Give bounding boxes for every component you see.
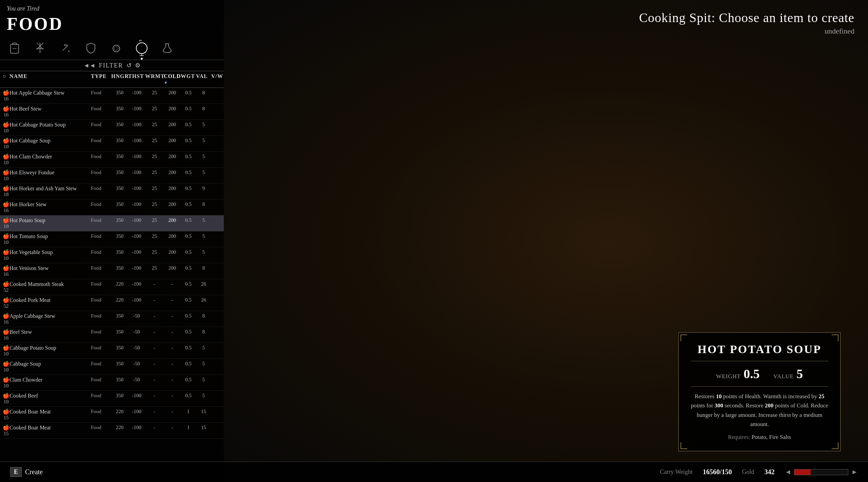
item-food-icon: 🍎 [3, 105, 9, 112]
col-cold[interactable]: COLD ▼ [164, 73, 181, 85]
item-thst: -100 [128, 217, 145, 223]
item-hngr: 350 [111, 265, 128, 271]
item-cold: - [164, 409, 181, 414]
item-cold: 200 [164, 170, 181, 175]
desc-health: 10 [716, 393, 722, 400]
item-type: Food [91, 186, 111, 191]
item-thst: -100 [128, 409, 145, 414]
item-name: Beef Stew [9, 329, 91, 335]
col-thst[interactable]: THST [128, 73, 145, 85]
item-list[interactable]: 🍎 Hot Apple Cabbage Stew Food 350 -100 2… [0, 88, 224, 482]
list-item[interactable]: 🍎 Hot Cabbage Potato Soup Food 350 -100 … [0, 120, 224, 136]
item-cold: - [164, 329, 181, 335]
item-thst: -100 [128, 186, 145, 191]
item-type: Food [91, 377, 111, 383]
item-cold: 200 [164, 217, 181, 223]
item-food-icon: 🍎 [3, 281, 9, 287]
item-hngr: 350 [111, 201, 128, 207]
cat-icon-backpack[interactable] [5, 38, 24, 57]
health-bar-arrow-right[interactable]: ► [851, 468, 858, 476]
col-hngr[interactable]: HNGR [111, 73, 128, 85]
item-wgt: 0.5 [181, 329, 196, 335]
item-vw: 10 [3, 239, 9, 245]
list-item[interactable]: 🍎 Cooked Mammoth Steak Food 220 -100 - -… [0, 279, 224, 295]
action-label: Create [25, 468, 43, 476]
list-item[interactable]: 🍎 Hot Clam Chowder Food 350 -100 25 200 … [0, 152, 224, 168]
list-item[interactable]: 🍎 Cabbage Potato Soup Food 350 -50 - - 0… [0, 343, 224, 359]
list-item[interactable]: 🍎 Clam Chowder Food 350 -50 - - 0.5 5 10 [0, 375, 224, 391]
status-text: You are Tired [7, 5, 217, 12]
item-food-icon: 🍎 [3, 185, 9, 192]
list-item[interactable]: 🍎 Hot Elsweyr Fondue Food 350 -100 25 20… [0, 168, 224, 184]
list-item[interactable]: 🍎 Hot Horker Stew Food 350 -100 25 200 0… [0, 199, 224, 215]
list-item[interactable]: 🍎 Hot Vegetable Soup Food 350 -100 25 20… [0, 247, 224, 263]
cat-icon-axe[interactable] [56, 38, 75, 57]
cat-icon-shield[interactable] [81, 38, 100, 57]
cooking-title: Cooking Spit: Choose an item to create [237, 10, 854, 25]
list-item[interactable]: 🍎 Hot Horker and Ash Yam Stew Food 350 -… [0, 184, 224, 199]
item-thst: -100 [128, 154, 145, 159]
item-wrmt: - [145, 377, 164, 383]
item-val: 5 [196, 345, 211, 351]
item-type: Food [91, 170, 111, 175]
detail-item-name: HOT POTATO SOUP [691, 343, 828, 356]
item-vw: 10 [3, 351, 9, 357]
item-food-icon: 🍎 [3, 329, 9, 335]
item-food-icon: 🍎 [3, 217, 9, 224]
item-thst: -100 [128, 265, 145, 271]
list-item[interactable]: 🍎 Hot Venison Stew Food 350 -100 25 200 … [0, 263, 224, 279]
health-bar-arrow-left[interactable]: ◄ [785, 468, 791, 476]
col-val[interactable]: VAL [196, 73, 211, 85]
item-vw: 10 [3, 399, 9, 405]
item-name: Hot Elsweyr Fondue [9, 170, 91, 176]
cat-icon-potion[interactable] [158, 38, 176, 57]
bottom-bar: E Create Carry Weight 16560/150 Gold 342… [0, 462, 868, 482]
item-hngr: 350 [111, 106, 128, 112]
cat-icon-sword[interactable] [31, 38, 49, 57]
list-item[interactable]: 🍎 Hot Tomato Soup Food 350 -100 25 200 0… [0, 231, 224, 247]
list-item[interactable]: 🍎 Cooked Beef Food 350 -100 - - 0.5 5 10 [0, 391, 224, 407]
list-item[interactable]: 🍎 Apple Cabbage Stew Food 350 -50 - - 0.… [0, 311, 224, 327]
list-item[interactable]: 🍎 Cabbage Soup Food 350 -50 - - 0.5 5 10 [0, 359, 224, 375]
filter-refresh-icon[interactable]: ↺ [126, 62, 132, 69]
item-wrmt: 25 [145, 170, 164, 175]
detail-divider-top [691, 361, 828, 361]
col-vw[interactable]: V/W [211, 73, 218, 85]
item-vw: 10 [3, 224, 9, 229]
list-item[interactable]: 🍎 Cooked Boar Meat Food 220 -100 - - 1 1… [0, 407, 224, 423]
health-fill [794, 469, 810, 475]
item-cold: 200 [164, 233, 181, 239]
item-name: Hot Horker Stew [9, 201, 91, 208]
item-food-icon: 🍎 [3, 153, 9, 160]
detail-weight-label: WEIGHT [716, 373, 741, 380]
col-wgt[interactable]: WGT [181, 73, 196, 85]
list-item[interactable]: 🍎 Hot Beef Stew Food 350 -100 25 200 0.5… [0, 104, 224, 120]
detail-card: HOT POTATO SOUP WEIGHT 0.5 VALUE 5 Resto… [678, 332, 841, 451]
list-item[interactable]: 🍎 Hot Potato Soup Food 350 -100 25 200 0… [0, 215, 224, 231]
list-item[interactable]: 🍎 Hot Cabbage Soup Food 350 -100 25 200 … [0, 136, 224, 152]
item-hngr: 220 [111, 409, 128, 414]
list-item[interactable]: 🍎 Hot Apple Cabbage Stew Food 350 -100 2… [0, 88, 224, 104]
cat-icon-food[interactable] [132, 38, 151, 57]
cat-icon-ring[interactable] [107, 38, 125, 57]
item-thst: -100 [128, 425, 145, 430]
col-wrmt[interactable]: WRMT [145, 73, 164, 85]
item-vw: 15 [3, 415, 9, 421]
list-item[interactable]: 🍎 Beef Stew Food 350 -50 - - 0.5 8 16 [0, 327, 224, 343]
filter-settings-icon[interactable]: ⚙ [135, 62, 140, 69]
bottom-action[interactable]: E Create [10, 467, 43, 477]
list-item[interactable]: 🍎 Cooked Pork Meat Food 220 -100 - - 0.5… [0, 295, 224, 311]
list-item[interactable]: 🍎 Cooked Boar Meat Food 220 -100 - - 1 1… [0, 423, 224, 439]
item-wgt: 1 [181, 425, 196, 430]
item-val: 8 [196, 201, 211, 207]
filter-back-arrow[interactable]: ◄◄ [83, 62, 96, 69]
item-name: Hot Cabbage Soup [9, 138, 91, 144]
col-type[interactable]: TYPE [91, 73, 111, 85]
item-thst: -100 [128, 393, 145, 399]
col-name[interactable]: NAME [9, 73, 91, 85]
item-food-icon: 🍎 [3, 297, 9, 303]
item-val: 5 [196, 170, 211, 175]
item-thst: -100 [128, 106, 145, 112]
corner-bl [680, 442, 687, 449]
item-vw: 16 [3, 112, 9, 118]
